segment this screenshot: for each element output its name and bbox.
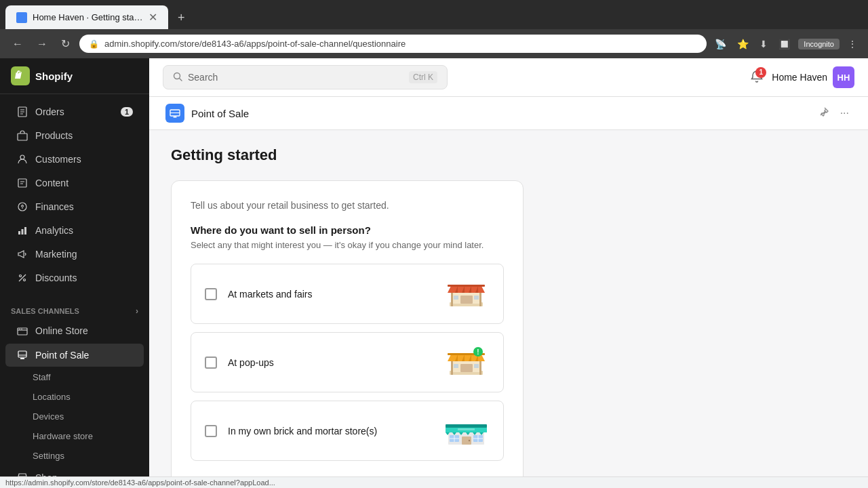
address-bar[interactable]: 🔒 admin.shopify.com/store/de8143-a6/apps… [79, 35, 707, 53]
option-popups[interactable]: At pop-ups [191, 332, 504, 392]
browser-actions: 📡 ⭐ ⬇ 🔲 Incognito ⋮ [712, 36, 860, 52]
incognito-badge: Incognito [798, 39, 840, 49]
svg-rect-11 [18, 231, 20, 235]
browser-nav: ← → ↻ 🔒 admin.shopify.com/store/de8143-a… [0, 29, 868, 58]
analytics-icon [16, 224, 28, 237]
svg-rect-13 [24, 227, 26, 235]
option-markets-fairs[interactable]: At markets and fairs [191, 264, 504, 324]
customers-icon [16, 153, 28, 165]
svg-rect-12 [22, 229, 24, 235]
sidebar-discounts-label: Discounts [35, 272, 77, 283]
shopify-logo[interactable]: Shopify [11, 66, 73, 85]
channel-title: Point of Sale [191, 108, 249, 119]
nav-refresh-button[interactable]: ↻ [57, 35, 74, 53]
browser-tab-active[interactable]: Home Haven · Getting started ✕ [5, 5, 168, 29]
sidebar-item-point-of-sale[interactable]: Point of Sale [5, 344, 144, 367]
sidebar-sub-item-devices[interactable]: Devices [5, 407, 144, 426]
notification-button[interactable]: 1 [750, 70, 764, 85]
checkbox-markets[interactable] [205, 288, 217, 300]
svg-rect-43 [454, 296, 458, 300]
sidebar-item-finances[interactable]: Finances [5, 195, 144, 218]
sidebar-content-label: Content [35, 178, 68, 188]
nav-back-button[interactable]: ← [8, 35, 27, 53]
shopify-logo-icon [11, 66, 30, 85]
sidebar-item-marketing[interactable]: Marketing [5, 243, 144, 266]
brick-mortar-illustration [442, 412, 490, 449]
orders-badge: 1 [121, 107, 133, 117]
channel-actions: ··· [816, 104, 852, 123]
app-layout: Shopify Orders 1 Products [0, 58, 868, 476]
search-bar[interactable]: Search Ctrl K [163, 65, 448, 89]
sidebar-sub-item-hardware-store[interactable]: Hardware store [5, 427, 144, 445]
sidebar-sub-item-locations[interactable]: Locations [5, 388, 144, 406]
new-tab-button[interactable]: + [171, 7, 192, 29]
extensions-button[interactable]: 🔲 [776, 36, 793, 52]
sidebar-item-discounts[interactable]: Discounts [5, 266, 144, 289]
pin-button[interactable] [816, 104, 832, 123]
sales-channels-expand-icon[interactable]: › [136, 306, 138, 316]
questionnaire-subtitle: Tell us about your retail business to ge… [191, 200, 504, 211]
sidebar-item-products[interactable]: Products [5, 124, 144, 147]
sidebar-customers-label: Customers [35, 154, 81, 165]
svg-rect-58 [451, 361, 453, 375]
sidebar-products-label: Products [35, 130, 73, 141]
sidebar-item-analytics[interactable]: Analytics [5, 219, 144, 242]
content-icon [16, 177, 28, 189]
sidebar-marketing-label: Marketing [35, 249, 77, 260]
option-brick-mortar[interactable]: In my own brick and mortar store(s) [191, 401, 504, 461]
sidebar: Shopify Orders 1 Products [0, 58, 149, 476]
close-tab-button[interactable]: ✕ [149, 11, 157, 24]
browser-tabs: Home Haven · Getting started ✕ + [0, 0, 868, 29]
svg-point-18 [19, 329, 20, 330]
svg-line-27 [180, 78, 182, 81]
sidebar-finances-label: Finances [35, 201, 74, 212]
tab-title: Home Haven · Getting started [33, 12, 143, 22]
option-markets-label: At markets and fairs [228, 289, 431, 300]
sidebar-item-content[interactable]: Content [5, 171, 144, 195]
svg-point-15 [24, 279, 26, 281]
point-of-sale-label: Point of Sale [35, 350, 89, 361]
shop-icon [16, 472, 28, 476]
markets-illustration [442, 275, 490, 312]
sidebar-analytics-label: Analytics [35, 225, 73, 236]
download-button[interactable]: ⬇ [757, 36, 770, 52]
sidebar-item-orders[interactable]: Orders 1 [5, 100, 144, 123]
search-placeholder: Search [188, 72, 218, 83]
lock-icon: 🔒 [89, 39, 99, 49]
svg-rect-56 [454, 364, 458, 368]
svg-rect-40 [460, 296, 473, 304]
url-text: admin.shopify.com/store/de8143-a6/apps/p… [104, 39, 697, 49]
nav-forward-button[interactable]: → [33, 35, 52, 53]
sidebar-orders-label: Orders [35, 106, 64, 117]
notification-badge: 1 [755, 67, 766, 78]
svg-rect-30 [174, 117, 177, 118]
checkbox-popups[interactable] [205, 357, 217, 369]
sidebar-item-online-store[interactable]: Online Store [5, 319, 144, 342]
svg-point-14 [20, 275, 22, 277]
point-of-sale-icon [16, 349, 28, 361]
status-url: https://admin.shopify.com/store/de8143-a… [5, 479, 275, 487]
online-store-icon [16, 325, 28, 337]
products-icon [16, 129, 28, 142]
sidebar-header: Shopify [0, 58, 149, 94]
menu-button[interactable]: ⋮ [845, 36, 860, 52]
user-info[interactable]: Home Haven HH [772, 66, 854, 88]
shopify-logo-text: Shopify [35, 70, 73, 82]
sidebar-item-customers[interactable]: Customers [5, 148, 144, 171]
sales-channels-label: Sales channels › [0, 301, 149, 319]
popups-illustration: ! [442, 344, 490, 381]
sidebar-sub-item-staff[interactable]: Staff [5, 368, 144, 386]
svg-rect-42 [479, 293, 481, 306]
sidebar-sub-item-settings-pos[interactable]: Settings [5, 447, 144, 465]
user-avatar: HH [833, 66, 854, 88]
cast-button[interactable]: 📡 [712, 36, 729, 52]
svg-rect-17 [18, 328, 27, 335]
checkbox-brick-mortar[interactable] [205, 425, 217, 437]
channel-icon [165, 104, 184, 123]
more-options-button[interactable]: ··· [837, 104, 852, 123]
sidebar-item-shop[interactable]: Shop [5, 466, 144, 476]
bookmark-button[interactable]: ⭐ [734, 36, 751, 52]
search-shortcut: Ctrl K [409, 71, 437, 83]
discounts-icon [16, 272, 28, 284]
svg-rect-55 [460, 364, 473, 372]
